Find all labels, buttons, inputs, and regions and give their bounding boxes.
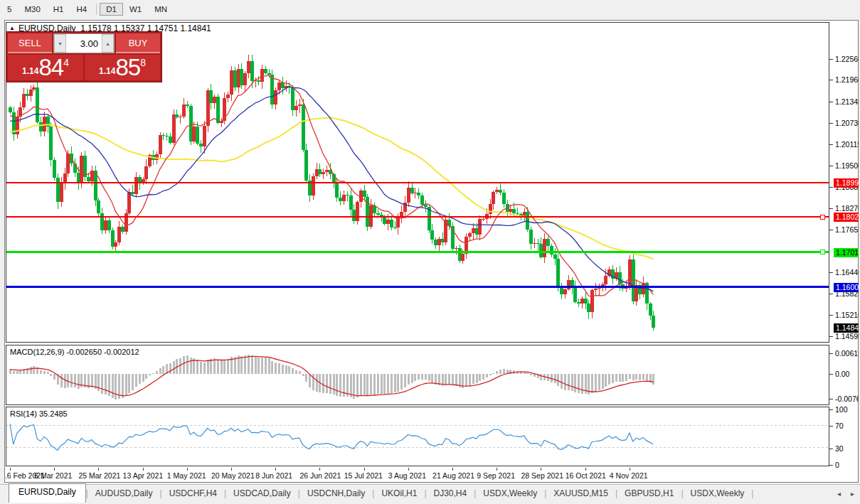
macd-bar (530, 374, 532, 375)
candle-body (584, 299, 588, 304)
macd-bar (196, 360, 198, 374)
axis-label: 0.006193 (835, 349, 859, 358)
candle-body (539, 244, 543, 257)
date-label: 13 Apr 2021 (123, 471, 164, 480)
macd-bar (261, 358, 263, 374)
date-tick (630, 468, 630, 471)
date-tick (98, 468, 99, 471)
macd-panel[interactable]: MACD(12,26,9) -0.002650 -0.002012 (6, 345, 829, 405)
tab-scroll-right-icon[interactable]: ▸ (851, 490, 854, 498)
date-tick (231, 468, 232, 471)
macd-bar (540, 374, 542, 380)
timeframe-d1[interactable]: D1 (100, 3, 123, 16)
date-tick (143, 468, 144, 471)
date-tick (452, 468, 453, 471)
axis-tick (829, 123, 833, 124)
macd-bar (227, 359, 229, 374)
tab-scroll-left-icon[interactable]: ◂ (837, 490, 841, 498)
candle-body (134, 177, 138, 194)
candle-body (9, 107, 12, 112)
date-label: 21 Aug 2021 (432, 471, 474, 480)
sell-button[interactable]: SELL (8, 33, 52, 53)
volume-increase-button[interactable]: ▲ (102, 34, 114, 53)
timeframe-h4[interactable]: H4 (70, 3, 93, 16)
sell-price-pip: 4 (63, 57, 69, 68)
candle-body (556, 259, 560, 288)
rsi-panel[interactable]: RSI(14) 35.2485 (6, 407, 829, 466)
sell-price-big: 84 (38, 55, 63, 80)
timeframe-m30[interactable]: M30 (18, 3, 46, 16)
macd-bar (135, 374, 137, 387)
time-axis[interactable]: 16 Feb 20216 Mar 202125 Mar 202113 Apr 2… (6, 468, 829, 483)
macd-bar (568, 374, 570, 390)
axis-label: 1.18270 (835, 204, 859, 213)
macd-bar (492, 373, 494, 374)
sell-price-box[interactable]: 1.14 84 4 (8, 55, 83, 80)
macd-bar (391, 374, 393, 393)
macd-bar (271, 361, 273, 374)
macd-bar (366, 374, 368, 396)
mt4-terminal: { "toolbar": { "timeframes": [ {"label":… (0, 0, 860, 504)
macd-bar (370, 374, 372, 395)
line-handle[interactable] (820, 215, 824, 219)
line-handle[interactable] (820, 250, 824, 254)
timeframe-mn[interactable]: MN (148, 3, 174, 16)
tab-ukoil-h1[interactable]: UKOil,H1 (374, 486, 424, 503)
volume-input[interactable] (66, 34, 102, 53)
tab-usdx-weekly[interactable]: USDX,Weekly (684, 486, 752, 503)
candle-body (159, 135, 162, 154)
macd-bar (465, 374, 467, 387)
collapse-panel-icon[interactable]: ▲ (9, 25, 15, 31)
candle-body (73, 163, 77, 172)
date-tick (54, 468, 55, 471)
candle-body (257, 80, 260, 82)
tab-gbpusd-h1[interactable]: GBPUSD,H1 (617, 486, 681, 503)
axis-tick (829, 80, 833, 80)
candle-body (186, 104, 189, 105)
candle-body (39, 122, 43, 132)
macd-bar (646, 374, 648, 380)
macd-bar (561, 374, 563, 389)
tab-audusd-daily[interactable]: AUDUSD,Daily (88, 486, 160, 503)
rsi-label: RSI(14) (10, 409, 37, 418)
macd-bar (356, 374, 359, 397)
price-badge: 1.18998 (834, 178, 859, 188)
macd-bar (258, 358, 260, 374)
macd-bar (234, 357, 236, 374)
candle-body (577, 302, 580, 304)
candle-body (179, 117, 182, 117)
candle-body (121, 227, 124, 232)
tab-xauusd-m15[interactable]: XAUUSD,M15 (546, 486, 615, 503)
macd-bar (397, 374, 399, 392)
tab-usdcnh-daily[interactable]: USDCNH,Daily (300, 486, 372, 503)
axis-tick (829, 465, 833, 466)
price-axis[interactable]: 1.189981.180241.170101.160071.148411.225… (829, 21, 859, 483)
candle-body (107, 220, 111, 230)
candle-body (587, 304, 590, 312)
candle-body (294, 106, 298, 110)
timeframe-5[interactable]: 5 (1, 3, 18, 16)
volume-decrease-button[interactable]: ▼ (54, 34, 66, 53)
buy-price-box[interactable]: 1.14 85 8 (85, 55, 160, 80)
axis-label: 1.21345 (835, 97, 859, 106)
axis-label: 1.17655 (835, 225, 859, 234)
candles-layer (9, 55, 655, 331)
toolbar-separator (96, 4, 97, 15)
timeframe-h1[interactable]: H1 (47, 3, 70, 16)
macd-bar (139, 374, 141, 384)
candle-body (175, 114, 179, 117)
candle-body (26, 94, 29, 96)
tab-usdchf-h4[interactable]: USDCHF,H4 (162, 486, 224, 503)
axis-label: 1.22560 (835, 55, 859, 63)
tab-separator: | (751, 488, 753, 503)
timeframe-w1[interactable]: W1 (123, 3, 148, 16)
candle-body (512, 209, 516, 213)
tab-dj30-h4[interactable]: DJ30,H4 (427, 486, 474, 503)
macd-bar (149, 374, 151, 375)
tab-eurusd-daily[interactable]: EURUSD,Daily (9, 483, 86, 503)
tab-usdx-weekly[interactable]: USDX,Weekly (476, 486, 544, 503)
tab-usdcad-daily[interactable]: USDCAD,Daily (226, 486, 298, 503)
macd-bar (642, 374, 644, 380)
macd-bar (200, 362, 202, 374)
buy-button[interactable]: BUY (116, 33, 160, 53)
